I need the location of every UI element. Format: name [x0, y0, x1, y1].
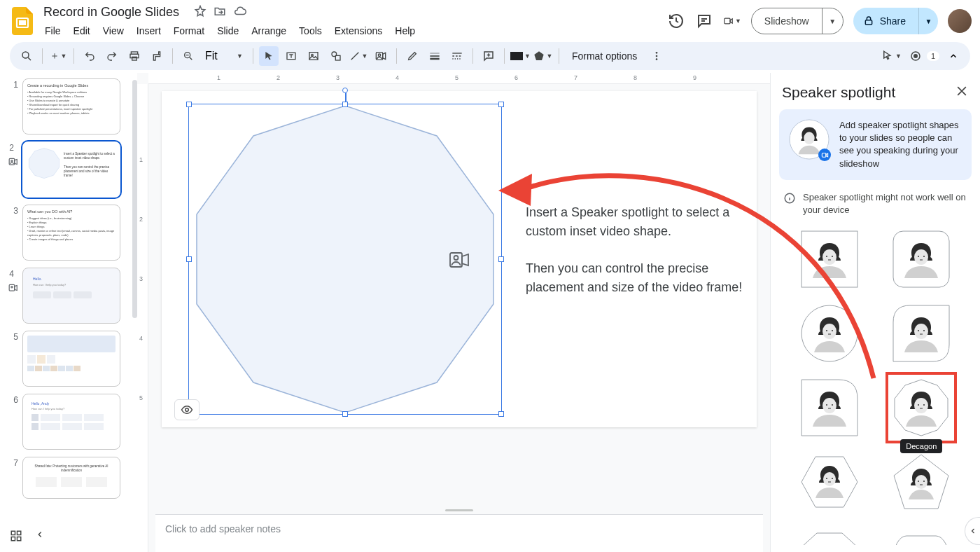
rec-indicator-icon[interactable] — [906, 46, 925, 66]
comment-add-icon[interactable] — [479, 46, 498, 66]
slide-canvas[interactable]: Insert a Speaker spotlight to select a c… — [162, 91, 757, 427]
resize-handle[interactable] — [186, 102, 192, 107]
svg-point-56 — [923, 404, 925, 406]
slide-body-text[interactable]: Insert a Speaker spotlight to select a c… — [526, 203, 743, 315]
textbox-icon[interactable] — [281, 46, 301, 66]
fill-color-icon[interactable]: ▼ — [510, 46, 531, 66]
menu-view[interactable]: View — [97, 22, 130, 39]
shape-pentagon[interactable] — [892, 453, 950, 511]
shape-rounded-diag[interactable] — [892, 305, 950, 362]
collapse-toolbar-icon[interactable] — [944, 46, 963, 66]
menu-slide[interactable]: Slide — [211, 22, 244, 39]
slideshow-main[interactable]: Slideshow — [752, 8, 822, 34]
shape-oval-wide[interactable] — [892, 532, 950, 545]
svg-point-21 — [913, 54, 918, 58]
line-icon[interactable]: ▼ — [349, 46, 368, 66]
share-dropdown[interactable]: ▼ — [918, 8, 938, 34]
svg-point-17 — [656, 52, 658, 54]
resize-handle[interactable] — [186, 256, 192, 262]
slides-logo[interactable] — [8, 7, 36, 35]
border-color-icon[interactable] — [402, 46, 422, 66]
share-main[interactable]: Share — [853, 15, 918, 27]
svg-point-4 — [22, 52, 29, 58]
comments-icon[interactable] — [695, 12, 713, 30]
shape-decagon[interactable]: Decagon — [892, 379, 950, 436]
zoom-out-icon[interactable] — [178, 46, 198, 66]
new-slide-button[interactable]: ＋▼ — [48, 46, 68, 66]
svg-point-15 — [378, 54, 380, 56]
shape-square[interactable] — [801, 230, 858, 288]
svg-point-37 — [826, 256, 827, 257]
grid-view-icon[interactable] — [10, 530, 22, 545]
resize-handle[interactable] — [342, 411, 348, 417]
collapse-filmstrip-icon[interactable] — [35, 530, 45, 545]
filmstrip: 1 Create a recording in Google Slides • … — [0, 73, 137, 552]
svg-point-45 — [826, 330, 827, 331]
move-icon[interactable] — [214, 5, 226, 20]
cloud-status-icon[interactable] — [233, 5, 247, 20]
format-options-button[interactable]: Format options — [565, 50, 644, 62]
account-avatar[interactable] — [948, 9, 972, 33]
slide-thumb-7[interactable]: Shared fate: Protecting customers with g… — [22, 457, 120, 499]
svg-point-36 — [822, 249, 836, 265]
svg-rect-33 — [822, 153, 826, 157]
shape-icon[interactable] — [326, 46, 346, 66]
print-icon[interactable] — [125, 46, 144, 66]
svg-point-32 — [804, 132, 814, 144]
selection-box[interactable] — [188, 104, 502, 415]
resize-handle[interactable] — [342, 102, 348, 107]
shape-rounded[interactable] — [892, 230, 950, 288]
svg-point-40 — [914, 249, 928, 265]
menu-insert[interactable]: Insert — [131, 22, 167, 39]
menu-edit[interactable]: Edit — [68, 22, 96, 39]
resize-handle[interactable] — [498, 256, 504, 262]
speaker-notes[interactable]: Click to add speaker notes — [155, 514, 763, 552]
menu-arrange[interactable]: Arrange — [246, 22, 292, 39]
slide-thumb-2[interactable]: Insert a Speaker spotlight to select a c… — [22, 142, 120, 198]
paint-format-icon[interactable] — [147, 46, 167, 66]
document-title[interactable]: Record in Google Slides — [39, 4, 183, 21]
resize-handle[interactable] — [498, 102, 504, 107]
select-tool-icon[interactable] — [259, 46, 279, 66]
menu-format[interactable]: Format — [168, 22, 210, 39]
image-icon[interactable] — [304, 46, 323, 66]
border-weight-icon[interactable] — [425, 46, 444, 66]
undo-icon[interactable] — [80, 46, 99, 66]
menubar: File Edit View Insert Format Slide Arran… — [39, 22, 421, 39]
pointer-mode-icon[interactable]: ▼ — [881, 46, 902, 66]
svg-point-64 — [923, 481, 925, 482]
redo-icon[interactable] — [102, 46, 122, 66]
slide-thumb-5[interactable] — [22, 331, 120, 387]
speaker-spotlight-panel: Speaker spotlight Add speaker spotlight … — [770, 73, 980, 552]
resize-handle[interactable] — [498, 411, 504, 417]
border-dash-icon[interactable] — [447, 46, 467, 66]
menu-help[interactable]: Help — [389, 22, 421, 39]
info-banner: Add speaker spotlight shapes to your sli… — [779, 109, 972, 180]
svg-marker-65 — [802, 533, 858, 545]
zoom-select[interactable]: Fit▼ — [201, 50, 247, 62]
slide-thumb-3[interactable]: What can you DO with AI? • Suggest ideas… — [22, 205, 120, 261]
shape-circle[interactable] — [801, 305, 858, 362]
menu-extensions[interactable]: Extensions — [329, 22, 388, 39]
menu-tools[interactable]: Tools — [293, 22, 328, 39]
close-panel-icon[interactable] — [955, 84, 969, 101]
mask-shape-icon[interactable]: ▼ — [533, 46, 553, 66]
star-icon[interactable] — [194, 5, 206, 20]
shape-rounded-one[interactable] — [801, 379, 858, 436]
speaker-spotlight-tool-icon[interactable] — [371, 46, 391, 66]
filmstrip-scrollbar[interactable] — [132, 80, 137, 318]
svg-point-48 — [918, 330, 919, 331]
slide-thumb-4[interactable]: Hello. How can I help you today? — [22, 268, 120, 324]
slide-thumb-6[interactable]: Hello, Andy How can I help you today? — [22, 394, 120, 450]
visibility-toggle-icon[interactable] — [174, 399, 200, 420]
slide-thumb-1[interactable]: Create a recording in Google Slides • Av… — [22, 78, 120, 134]
menu-file[interactable]: File — [39, 22, 66, 39]
rotate-handle[interactable] — [342, 88, 348, 93]
shape-heptagon-cut[interactable] — [801, 532, 858, 545]
slideshow-dropdown[interactable]: ▼ — [822, 8, 843, 34]
record-icon[interactable]: ▼ — [723, 12, 741, 30]
search-menus-icon[interactable] — [17, 46, 36, 66]
shape-hexagon[interactable] — [801, 453, 858, 511]
more-icon[interactable] — [647, 46, 666, 66]
history-icon[interactable] — [667, 12, 685, 30]
